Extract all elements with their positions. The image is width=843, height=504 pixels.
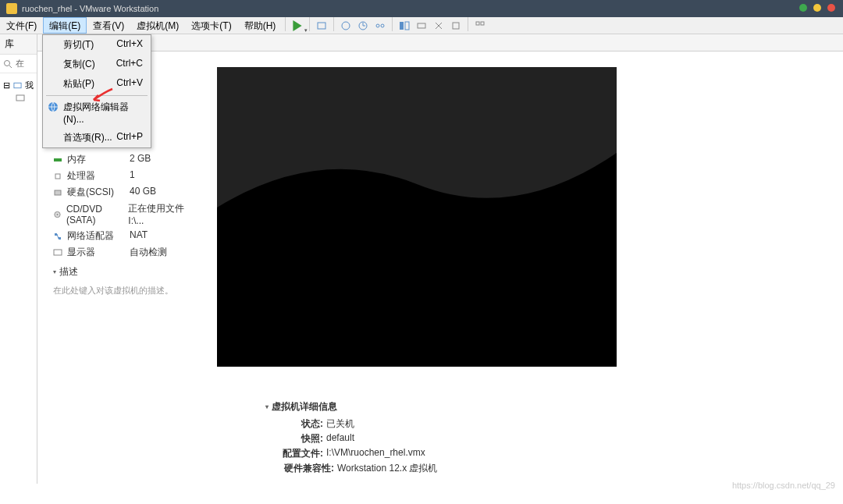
menu-cut[interactable]: 剪切(T) Ctrl+X — [43, 35, 151, 55]
svg-rect-15 — [16, 95, 24, 101]
globe-icon — [48, 101, 59, 112]
tree-expand-icon: ⊟ — [3, 80, 10, 91]
svg-point-3 — [376, 24, 379, 27]
device-display[interactable]: 显示器 自动检测 — [53, 244, 201, 261]
watermark: https://blog.csdn.net/qq_29 — [732, 481, 835, 490]
computer-icon — [13, 82, 22, 90]
cpu-icon — [53, 172, 62, 181]
description-placeholder[interactable]: 在此处键入对该虚拟机的描述。 — [53, 282, 201, 300]
device-cd[interactable]: CD/DVD (SATA) 正在使用文件 I:\... — [53, 201, 201, 228]
snapshot-take-icon[interactable] — [337, 17, 354, 34]
menu-view[interactable]: 查看(V) — [87, 17, 130, 34]
menu-copy-shortcut: Ctrl+C — [116, 58, 143, 71]
description-section-header[interactable]: 描述 — [53, 261, 201, 282]
svg-rect-23 — [59, 237, 61, 240]
menu-cut-label: 剪切(T) — [63, 38, 94, 51]
snapshot-label: 快照: — [276, 432, 323, 445]
maximize-button[interactable] — [813, 4, 821, 12]
menu-prefs-shortcut: Ctrl+P — [116, 131, 143, 144]
menu-tabs[interactable]: 选项卡(T) — [185, 17, 237, 34]
library-tree: ⊟ 我 — [0, 73, 37, 108]
menu-edit[interactable]: 编辑(E) — [43, 17, 87, 34]
menu-paste-shortcut: Ctrl+V — [116, 77, 143, 91]
tree-root[interactable]: ⊟ 我 — [3, 78, 34, 93]
annotation-arrow — [91, 87, 114, 108]
device-network[interactable]: 网络适配器 NAT — [53, 228, 201, 244]
snapshot-manage-icon[interactable] — [372, 17, 389, 34]
memory-icon — [53, 155, 62, 165]
svg-rect-6 — [405, 22, 409, 30]
device-cpu[interactable]: 处理器 1 — [53, 168, 201, 184]
menu-help[interactable]: 帮助(H) — [238, 17, 283, 34]
svg-point-12 — [5, 60, 10, 66]
content-pane: n_rhel ✕ ochen_rhel 此虚拟机 虚拟机设置 设备 — [37, 34, 843, 484]
disk-icon — [53, 188, 62, 197]
network-icon — [53, 232, 62, 241]
tree-root-label: 我 — [25, 80, 34, 91]
state-value: 已关机 — [326, 417, 354, 431]
search-placeholder: 在 — [16, 58, 24, 69]
svg-rect-9 — [476, 22, 479, 25]
svg-rect-8 — [453, 23, 459, 29]
menu-file[interactable]: 文件(F) — [0, 17, 43, 34]
config-label: 配置文件: — [276, 447, 323, 460]
stretch-icon[interactable] — [430, 17, 447, 34]
menu-copy[interactable]: 复制(C) Ctrl+C — [43, 55, 151, 74]
svg-rect-22 — [55, 233, 57, 236]
vm-summary: ochen_rhel 此虚拟机 虚拟机设置 设备 内存 2 GB — [37, 51, 843, 378]
fullscreen-icon[interactable] — [396, 17, 413, 34]
svg-rect-18 — [55, 174, 60, 179]
vm-details-header[interactable]: 虚拟机详细信息 — [265, 400, 437, 417]
menu-copy-label: 复制(C) — [63, 58, 95, 71]
library-header: 库 — [0, 34, 37, 55]
config-value: I:\VM\ruochen_rhel.vmx — [326, 447, 425, 460]
power-on-button[interactable] — [289, 17, 306, 34]
window-controls — [799, 4, 835, 12]
svg-line-13 — [9, 66, 12, 68]
svg-rect-19 — [55, 190, 61, 195]
minimize-button[interactable] — [799, 4, 807, 12]
library-search[interactable]: 在 — [0, 55, 37, 73]
svg-rect-14 — [14, 83, 21, 87]
snapshot-button[interactable] — [313, 17, 330, 34]
snapshot-revert-icon[interactable] — [354, 17, 372, 34]
title-bar: ruochen_rhel - VMware Workstation — [0, 0, 843, 17]
svg-rect-17 — [54, 158, 62, 161]
device-memory[interactable]: 内存 2 GB — [53, 151, 201, 168]
state-label: 状态: — [276, 417, 323, 431]
menu-prefs-label: 首选项(R)... — [63, 131, 112, 144]
menu-preferences[interactable]: 首选项(R)... Ctrl+P — [43, 128, 151, 147]
tab-strip: n_rhel ✕ — [37, 34, 843, 51]
device-disk[interactable]: 硬盘(SCSI) 40 GB — [53, 184, 201, 201]
compat-value: Workstation 12.x 虚拟机 — [337, 462, 437, 475]
svg-rect-10 — [481, 22, 484, 25]
snapshot-value: default — [326, 432, 354, 445]
menu-bar: 文件(F) 编辑(E) 查看(V) 虚拟机(M) 选项卡(T) 帮助(H) — [0, 17, 843, 34]
menu-vm[interactable]: 虚拟机(M) — [130, 17, 185, 34]
devices-table: 内存 2 GB 处理器 1 硬盘(SCSI) 40 GB CD/DVD (SAT… — [53, 151, 201, 261]
library-pane: 库 在 ⊟ 我 — [0, 34, 37, 484]
vm-preview[interactable] — [217, 67, 617, 367]
app-icon — [6, 3, 17, 14]
window-title: ruochen_rhel - VMware Workstation — [22, 4, 158, 13]
fit-icon[interactable] — [447, 17, 464, 34]
tree-child[interactable] — [3, 93, 34, 104]
cd-icon — [53, 210, 62, 219]
svg-rect-24 — [54, 250, 62, 255]
library-icon[interactable] — [471, 17, 489, 34]
search-icon — [3, 59, 12, 69]
close-button[interactable] — [827, 4, 835, 12]
svg-rect-7 — [418, 23, 425, 28]
svg-point-1 — [342, 22, 350, 30]
menu-cut-shortcut: Ctrl+X — [116, 38, 143, 51]
compat-label: 硬件兼容性: — [276, 462, 334, 475]
svg-point-21 — [57, 214, 59, 215]
svg-point-4 — [381, 24, 384, 27]
unity-icon[interactable] — [413, 17, 430, 34]
svg-rect-5 — [400, 22, 404, 30]
display-icon — [53, 248, 62, 257]
svg-rect-0 — [318, 23, 325, 29]
vm-details: 虚拟机详细信息 状态:已关机 快照:default 配置文件:I:\VM\ruo… — [265, 400, 437, 476]
vm-icon — [16, 94, 25, 102]
menu-paste-label: 粘贴(P) — [63, 77, 94, 91]
